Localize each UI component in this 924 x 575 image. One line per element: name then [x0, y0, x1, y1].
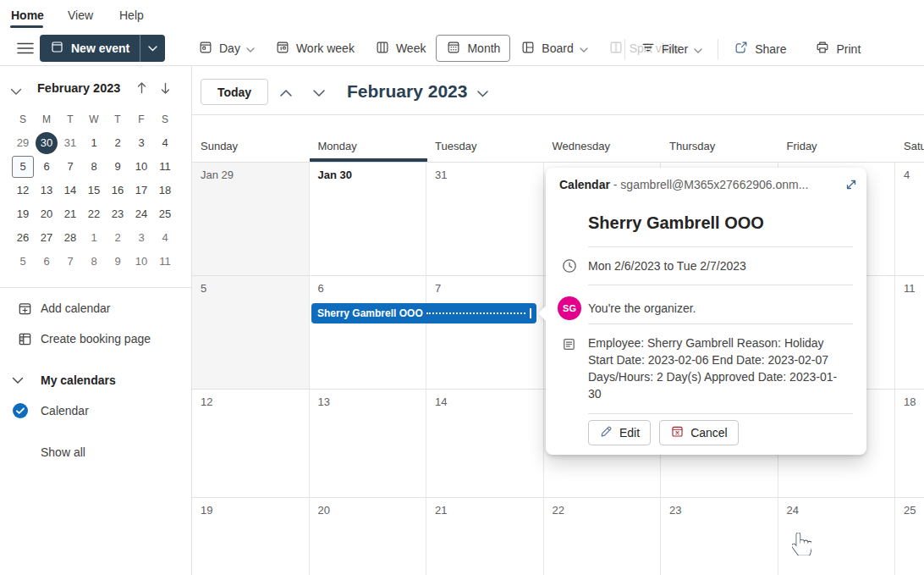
- mini-calendar-date[interactable]: 11: [153, 250, 177, 274]
- event-sherry-gambrell-ooo[interactable]: Sherry Gambrell OOO: [311, 303, 536, 323]
- day-cell[interactable]: 23: [661, 498, 778, 575]
- mini-calendar-date[interactable]: 2: [106, 131, 129, 155]
- day-cell[interactable]: 13: [310, 390, 427, 498]
- print-button[interactable]: Print: [805, 36, 871, 63]
- mini-calendar-date[interactable]: 14: [58, 179, 82, 202]
- day-cell[interactable]: 24: [778, 498, 896, 575]
- calendar-list-item[interactable]: Calendar: [0, 401, 192, 421]
- day-cell[interactable]: 4: [895, 163, 924, 276]
- day-cell[interactable]: 22: [544, 498, 662, 575]
- event-dotted-fill: [426, 312, 525, 314]
- mini-calendar-date[interactable]: 4: [153, 226, 177, 250]
- day-cell[interactable]: 14: [426, 390, 544, 498]
- mini-calendar-date[interactable]: 8: [82, 155, 106, 179]
- week-view-icon: [375, 40, 390, 58]
- day-cell[interactable]: 18: [895, 390, 924, 498]
- day-cell[interactable]: 21: [426, 498, 544, 575]
- mini-calendar-date[interactable]: 20: [35, 202, 58, 226]
- mini-calendar-prev-month-icon[interactable]: [135, 81, 148, 98]
- mini-calendar-title[interactable]: February 2023: [37, 81, 120, 95]
- filter-button[interactable]: Filter: [630, 36, 712, 63]
- show-all-link[interactable]: Show all: [0, 442, 192, 462]
- day-cell[interactable]: Jan 29: [192, 163, 310, 276]
- calendar-checked-icon[interactable]: [12, 402, 29, 419]
- mini-calendar-date[interactable]: 18: [153, 179, 177, 202]
- view-work-week-button[interactable]: Work week: [265, 35, 365, 62]
- mini-calendar-next-month-icon[interactable]: [159, 81, 172, 98]
- mini-calendar-date[interactable]: 3: [129, 131, 153, 155]
- mini-calendar-date[interactable]: 29: [11, 131, 35, 155]
- hamburger-menu-icon[interactable]: [15, 40, 36, 58]
- day-cell[interactable]: 12: [192, 390, 310, 498]
- popup-account-label: - sgambrell@M365x27662906.onm...: [610, 178, 808, 191]
- cancel-event-button[interactable]: Cancel: [659, 420, 739, 445]
- mini-calendar-date[interactable]: 10: [129, 250, 153, 274]
- day-cell[interactable]: 11: [895, 276, 924, 390]
- mini-calendar-date[interactable]: 9: [106, 155, 129, 179]
- menu-item-view[interactable]: View: [68, 0, 93, 31]
- open-event-expand-icon[interactable]: [843, 176, 860, 193]
- day-cell[interactable]: 6: [310, 276, 427, 390]
- mini-calendar-collapse-chevron-icon[interactable]: [10, 84, 22, 99]
- mini-calendar-date[interactable]: 26: [11, 226, 35, 250]
- mini-calendar-date[interactable]: 17: [129, 179, 153, 202]
- mini-calendar-date[interactable]: 11: [153, 155, 177, 179]
- mini-calendar-date[interactable]: 9: [106, 250, 129, 274]
- mini-calendar-date[interactable]: 23: [106, 202, 129, 226]
- mini-calendar-date[interactable]: 2: [106, 226, 129, 250]
- mini-calendar-date[interactable]: 21: [58, 202, 82, 226]
- mini-calendar-date[interactable]: 3: [129, 226, 153, 250]
- mini-calendar-date[interactable]: 1: [82, 131, 106, 155]
- organizer-avatar[interactable]: SG: [558, 296, 581, 320]
- view-day-button[interactable]: Day: [188, 35, 265, 62]
- new-event-dropdown-chevron-icon[interactable]: [140, 46, 165, 52]
- mini-calendar-date[interactable]: 15: [82, 179, 106, 202]
- mini-calendar-date[interactable]: 13: [35, 179, 58, 202]
- month-title-dropdown[interactable]: February 2023: [347, 81, 488, 102]
- day-cell[interactable]: Jan 30: [310, 163, 427, 276]
- day-cell[interactable]: 20: [310, 498, 427, 575]
- mini-calendar-date[interactable]: 5: [11, 250, 35, 274]
- add-calendar-button[interactable]: Add calendar: [0, 298, 192, 318]
- day-cell[interactable]: 7: [426, 276, 544, 390]
- mini-calendar-date[interactable]: 25: [153, 202, 177, 226]
- day-cell[interactable]: 19: [192, 498, 310, 575]
- mini-calendar-date[interactable]: 4: [153, 131, 177, 155]
- mini-calendar-date[interactable]: 10: [129, 155, 153, 179]
- filter-icon: [641, 40, 656, 58]
- mini-calendar-date[interactable]: 6: [35, 250, 58, 274]
- mini-calendar-date[interactable]: 6: [35, 155, 58, 179]
- mini-calendar-date[interactable]: 16: [106, 179, 129, 202]
- my-calendars-chevron-icon[interactable]: [12, 377, 24, 384]
- view-month-button[interactable]: Month: [436, 35, 510, 62]
- my-calendars-section-header[interactable]: My calendars: [0, 370, 192, 390]
- previous-period-chevron-icon[interactable]: [279, 86, 293, 101]
- mini-calendar-date[interactable]: 27: [35, 226, 58, 250]
- day-cell[interactable]: 25: [895, 498, 924, 575]
- mini-calendar-date[interactable]: 24: [129, 202, 153, 226]
- mini-calendar-date[interactable]: 1: [82, 226, 106, 250]
- next-period-chevron-icon[interactable]: [312, 86, 326, 101]
- mini-calendar-date[interactable]: 7: [58, 250, 82, 274]
- create-booking-page-button[interactable]: B Create booking page: [0, 329, 192, 349]
- mini-calendar-date[interactable]: 7: [58, 155, 82, 179]
- new-event-split-button[interactable]: New event: [40, 35, 165, 62]
- view-board-button[interactable]: Board: [510, 35, 597, 62]
- mini-calendar-date[interactable]: 22: [82, 202, 106, 226]
- mini-calendar-date[interactable]: 12: [11, 179, 35, 202]
- mini-calendar-date[interactable]: 30: [36, 132, 58, 154]
- mini-calendar-date[interactable]: 5: [12, 156, 34, 178]
- mini-calendar-date[interactable]: 8: [82, 250, 106, 274]
- mini-calendar-date[interactable]: 28: [58, 226, 82, 250]
- mini-calendar-date[interactable]: 19: [11, 202, 35, 226]
- day-cell[interactable]: 31: [426, 163, 544, 276]
- mini-calendar-date[interactable]: 31: [58, 131, 82, 155]
- view-week-button[interactable]: Week: [365, 35, 437, 62]
- menu-item-help[interactable]: Help: [119, 0, 144, 31]
- day-cell[interactable]: 5: [192, 276, 310, 390]
- edit-event-button[interactable]: Edit: [588, 420, 651, 445]
- today-button[interactable]: Today: [201, 79, 268, 105]
- share-button[interactable]: Share: [723, 36, 796, 63]
- mini-calendar-day-letter: T: [106, 108, 129, 131]
- event-end-handle[interactable]: [530, 308, 532, 318]
